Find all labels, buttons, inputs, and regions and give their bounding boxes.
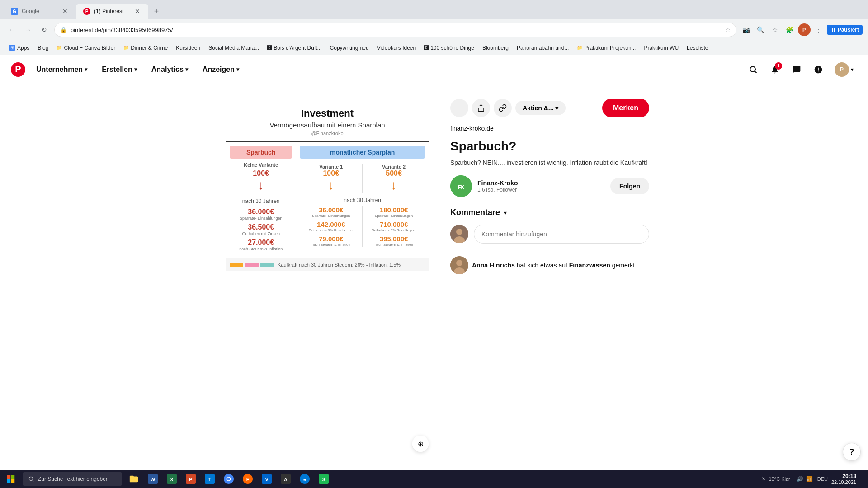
- tab-google-close[interactable]: ✕: [61, 8, 69, 15]
- bookmark-star-button[interactable]: ☆: [769, 23, 782, 36]
- nav-unternehmen[interactable]: Unternehmen ▾: [29, 62, 94, 77]
- follow-button[interactable]: Folgen: [610, 178, 649, 194]
- windows-start-button[interactable]: [2, 471, 20, 487]
- comments-header[interactable]: Kommentare ▾: [450, 208, 649, 217]
- bookmark-100[interactable]: 🅱 100 schöne Dinge: [420, 42, 478, 53]
- comment-input[interactable]: [474, 225, 649, 244]
- chevron-down-icon: ▾: [134, 66, 137, 73]
- tab-pinterest[interactable]: P (1) Pinterest ✕: [76, 4, 148, 19]
- board-selector-label: Aktien &...: [523, 104, 553, 112]
- var2-results: 180.000€ Sparrate- Einzahlungen 710.000€…: [363, 206, 425, 247]
- creator-avatar[interactable]: FK: [450, 175, 472, 197]
- pin-details: ··· Aktien &... ▾ Merken finanz-kroko.de…: [450, 95, 649, 459]
- reload-button[interactable]: ↻: [38, 23, 51, 36]
- bookmark-panorama[interactable]: Panoramabahn und...: [513, 42, 572, 53]
- creator-followers: 1,6Tsd. Follower: [477, 187, 610, 193]
- help-button[interactable]: ?: [843, 443, 861, 461]
- back-button[interactable]: ←: [219, 84, 228, 87]
- svg-text:P: P: [15, 64, 21, 74]
- var2-netto-label: nach Steuern & Inflation: [364, 243, 423, 247]
- bookmark-social[interactable]: Social Media Mana...: [205, 42, 263, 53]
- nav-erstellen[interactable]: Erstellen ▾: [94, 62, 144, 77]
- activity-board[interactable]: Finanzwissen: [569, 262, 610, 269]
- svg-text:FK: FK: [458, 185, 464, 190]
- source-link[interactable]: finanz-kroko.de: [450, 125, 649, 132]
- menu-button[interactable]: ⋮: [812, 23, 825, 36]
- bookmark-panorama-label: Panoramabahn und...: [517, 45, 569, 51]
- sparbuch-variant: Keine Variante: [230, 162, 292, 168]
- profile-button[interactable]: P: [798, 23, 811, 36]
- taskbar-file-explorer[interactable]: [125, 470, 143, 488]
- bookmark-praktikum2[interactable]: Praktikum WU: [640, 42, 682, 53]
- messages-button[interactable]: [788, 61, 806, 79]
- var1-results: 36.000€ Sparrate- Einzahlungen 142.000€ …: [300, 206, 363, 247]
- bar-3: [260, 263, 274, 267]
- show-desktop-button[interactable]: [860, 471, 863, 487]
- bookmark-bloomberg[interactable]: Bloomberg: [479, 42, 512, 53]
- taskbar-app11[interactable]: S: [315, 470, 333, 488]
- pinterest-logo[interactable]: P: [11, 62, 25, 77]
- taskbar-word[interactable]: W: [144, 470, 162, 488]
- taskbar-app7[interactable]: F: [239, 470, 257, 488]
- bookmark-dinner[interactable]: 📁 Dinner & Crime: [120, 42, 171, 53]
- taskbar-clock[interactable]: 20:13 22.10.2021: [831, 473, 856, 485]
- share-button[interactable]: [472, 99, 490, 117]
- link-button[interactable]: [494, 99, 512, 117]
- svg-rect-14: [7, 479, 11, 483]
- taskbar-app9[interactable]: A: [277, 470, 295, 488]
- profile-menu[interactable]: P ▾: [831, 61, 857, 79]
- bookmark-apps-label: Apps: [17, 45, 29, 51]
- creator-name[interactable]: Finanz-Kroko: [477, 179, 610, 187]
- taskbar-system-icons: ☀ 10°C Klar 🔊 📶 DEU: [761, 476, 828, 482]
- taskbar-chrome[interactable]: [220, 470, 238, 488]
- save-button[interactable]: Merken: [602, 99, 649, 117]
- address-bar[interactable]: 🔒 pinterest.de/pin/338403359506998975/ ☆: [54, 23, 736, 37]
- nav-anzeigen[interactable]: Anzeigen ▾: [195, 62, 246, 77]
- bookmark-blog[interactable]: Blog: [34, 42, 52, 53]
- bookmark-canva[interactable]: 📁 Cloud + Canva Bilder: [53, 42, 119, 53]
- activity-user[interactable]: Anna Hinrichs: [472, 262, 515, 269]
- screenshot-button[interactable]: 📷: [740, 23, 753, 36]
- pause-button[interactable]: ⏸ Pausiert: [827, 25, 863, 35]
- taskbar-lang-text: DEU: [817, 476, 828, 482]
- bookmark-kursideen[interactable]: Kursideen: [172, 42, 204, 53]
- taskbar-excel[interactable]: X: [163, 470, 181, 488]
- new-tab-button[interactable]: +: [150, 5, 163, 18]
- taskbar-edge[interactable]: e: [296, 470, 314, 488]
- tab-google-label: Google: [22, 8, 58, 14]
- footer-bars: [230, 263, 274, 267]
- 100-icon: 🅱: [424, 45, 429, 50]
- canva-icon: 📁: [57, 45, 62, 50]
- extensions-button[interactable]: 🧩: [783, 23, 796, 36]
- taskbar-app8[interactable]: V: [258, 470, 276, 488]
- taskbar-app5[interactable]: T: [201, 470, 219, 488]
- alert-button[interactable]: [809, 61, 827, 79]
- bookmark-leseliste[interactable]: Leseliste: [683, 42, 712, 53]
- tab-google[interactable]: G Google ✕: [4, 4, 76, 19]
- svg-text:X: X: [170, 477, 174, 482]
- svg-rect-12: [7, 475, 11, 479]
- svg-rect-13: [11, 475, 15, 479]
- taskbar-network-icon: 🔊: [797, 476, 803, 482]
- bookmark-copywriting[interactable]: Copywriting neu: [326, 42, 373, 53]
- sparbuch-results: 36.000€ Sparrate- Einzahlungen 36.500€ G…: [230, 208, 292, 251]
- taskbar-search[interactable]: Zur Suche Text hier eingeben: [23, 472, 122, 486]
- bookmark-praktikum1[interactable]: 📁 Praktikum Projektm...: [573, 42, 639, 53]
- notifications-button[interactable]: 1: [766, 61, 784, 79]
- taskbar-powerpoint[interactable]: P: [182, 470, 200, 488]
- more-options-button[interactable]: ···: [450, 99, 468, 117]
- bookmark-bois[interactable]: 🅱 Bois d'Argent Duft...: [264, 42, 325, 53]
- bookmark-apps[interactable]: ⊞ Apps: [5, 42, 33, 53]
- nav-analytics[interactable]: Analytics ▾: [144, 62, 195, 77]
- svg-text:F: F: [246, 477, 250, 482]
- forward-nav-button[interactable]: →: [22, 23, 34, 36]
- bookmark-praktikum1-label: Praktikum Projektm...: [584, 45, 636, 51]
- board-selector[interactable]: Aktien &... ▾: [515, 101, 566, 115]
- zoom-button[interactable]: 🔍: [755, 23, 767, 36]
- search-button[interactable]: [744, 61, 762, 79]
- svg-line-3: [755, 71, 757, 73]
- tab-pinterest-close[interactable]: ✕: [134, 8, 141, 15]
- star-icon[interactable]: ☆: [726, 27, 731, 33]
- bookmark-videokurs[interactable]: Videokurs Ideen: [373, 42, 420, 53]
- back-nav-button[interactable]: ←: [5, 23, 18, 36]
